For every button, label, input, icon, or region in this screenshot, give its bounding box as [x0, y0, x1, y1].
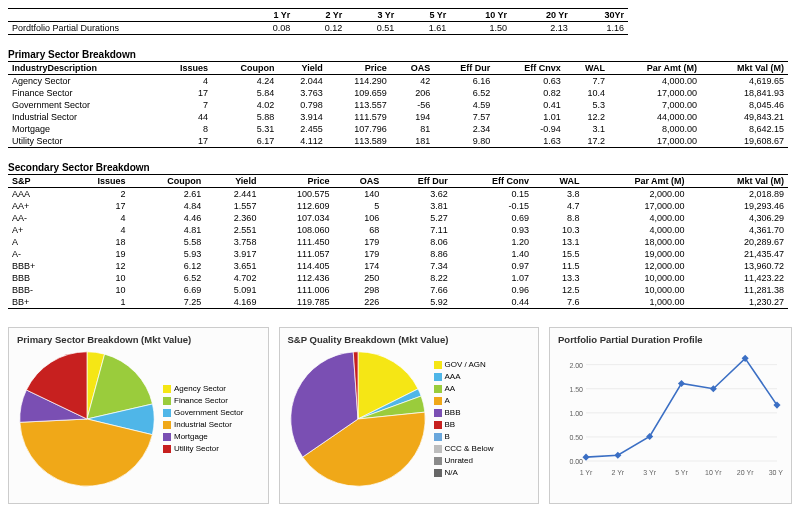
cell: 20,289.67 [689, 236, 788, 248]
col-header: 2 Yr [294, 9, 346, 22]
cell: 12,000.00 [584, 260, 689, 272]
cell: 5 [334, 200, 384, 212]
legend-label: Unrated [445, 455, 473, 467]
legend-label: Mortgage [174, 431, 208, 443]
cell: 7 [155, 99, 212, 111]
legend-swatch [163, 421, 171, 429]
legend-label: Industrial Sector [174, 419, 232, 431]
cell: 2.61 [129, 188, 205, 201]
cell: 5.27 [383, 212, 452, 224]
legend-swatch [434, 421, 442, 429]
col-header: 3 Yr [346, 9, 398, 22]
cell: 5.88 [212, 111, 278, 123]
cell: BBB [8, 272, 64, 284]
cell: 6.17 [212, 135, 278, 148]
table-row: A+44.812.551108.060687.110.9310.34,000.0… [8, 224, 788, 236]
cell: 4 [155, 75, 212, 88]
cell: 0.15 [452, 188, 533, 201]
cell: 0.44 [452, 296, 533, 309]
col-header: OAS [334, 175, 384, 188]
cell: 107.034 [260, 212, 333, 224]
cell: 108.060 [260, 224, 333, 236]
table-row: AA-44.462.360107.0341065.270.698.84,000.… [8, 212, 788, 224]
x-tick-label: 10 Yr [705, 469, 722, 476]
cell: 2.455 [278, 123, 326, 135]
cell: 298 [334, 284, 384, 296]
col-header: Price [327, 62, 391, 75]
cell: 7.11 [383, 224, 452, 236]
cell: 2.34 [434, 123, 494, 135]
legend-swatch [434, 397, 442, 405]
cell: 5.3 [565, 99, 609, 111]
cell: 226 [334, 296, 384, 309]
charts-row: Primary Sector Breakdown (Mkt Value) Age… [8, 327, 792, 504]
x-tick-label: 30 Yr [769, 469, 783, 476]
y-tick-label: 1.00 [569, 410, 583, 417]
cell: 10,000.00 [584, 272, 689, 284]
col-header: Price [260, 175, 333, 188]
cell: BB+ [8, 296, 64, 309]
table-row: Government Sector74.020.798113.557-564.5… [8, 99, 788, 111]
legend-label: BB [445, 419, 456, 431]
legend-swatch [163, 433, 171, 441]
cell: 250 [334, 272, 384, 284]
table-row: AA+174.841.557112.60953.81-0.154.717,000… [8, 200, 788, 212]
cell: 3.651 [205, 260, 260, 272]
cell: Utility Sector [8, 135, 155, 148]
legend-swatch [434, 457, 442, 465]
cell: 2.360 [205, 212, 260, 224]
legend-swatch [434, 361, 442, 369]
table-row: BB+17.254.169119.7852265.920.447.61,000.… [8, 296, 788, 309]
cell: 3.763 [278, 87, 326, 99]
cell: 1.61 [398, 22, 450, 35]
cell: 3.758 [205, 236, 260, 248]
cell: 2.044 [278, 75, 326, 88]
cell: 8,000.00 [609, 123, 701, 135]
col-header: 30Yr [572, 9, 628, 22]
table-row: AAA22.612.441100.5751403.620.153.82,000.… [8, 188, 788, 201]
cell: 8,045.46 [701, 99, 788, 111]
cell: 3.914 [278, 111, 326, 123]
cell: 19,608.67 [701, 135, 788, 148]
cell: 1,230.27 [689, 296, 788, 309]
cell: 6.52 [129, 272, 205, 284]
cell: 13,960.72 [689, 260, 788, 272]
cell: 3.8 [533, 188, 584, 201]
cell: -56 [391, 99, 435, 111]
legend-swatch [434, 409, 442, 417]
legend-item: A [434, 395, 494, 407]
legend-item: Unrated [434, 455, 494, 467]
cell: 2.441 [205, 188, 260, 201]
cell: 5.58 [129, 236, 205, 248]
legend-swatch [434, 445, 442, 453]
cell: 2.13 [511, 22, 572, 35]
y-tick-label: 0.00 [569, 458, 583, 465]
cell: 12.2 [565, 111, 609, 123]
pie-legend: GOV / AGNAAAAAABBBBBBCCC & BelowUnratedN… [434, 359, 494, 479]
cell: -0.94 [494, 123, 564, 135]
cell: 112.436 [260, 272, 333, 284]
cell: 140 [334, 188, 384, 201]
secondary-sector-table: S&PIssuesCouponYieldPriceOASEff DurEff C… [8, 174, 788, 309]
cell: 206 [391, 87, 435, 99]
cell: 4,306.29 [689, 212, 788, 224]
cell: 17.2 [565, 135, 609, 148]
col-header: Eff Conv [452, 175, 533, 188]
cell: 4 [64, 224, 129, 236]
cell: 5.091 [205, 284, 260, 296]
legend-swatch [434, 433, 442, 441]
cell: 4,000.00 [584, 224, 689, 236]
cell: 4,361.70 [689, 224, 788, 236]
cell: 8.06 [383, 236, 452, 248]
col-header: Eff Cnvx [494, 62, 564, 75]
cell: 0.97 [452, 260, 533, 272]
cell: 7.6 [533, 296, 584, 309]
cell: 49,843.21 [701, 111, 788, 123]
cell: 0.96 [452, 284, 533, 296]
cell: 179 [334, 248, 384, 260]
legend-label: Finance Sector [174, 395, 228, 407]
cell: 0.798 [278, 99, 326, 111]
col-header: Issues [64, 175, 129, 188]
table-row: Agency Sector44.242.044114.290426.160.63… [8, 75, 788, 88]
cell: 6.12 [129, 260, 205, 272]
